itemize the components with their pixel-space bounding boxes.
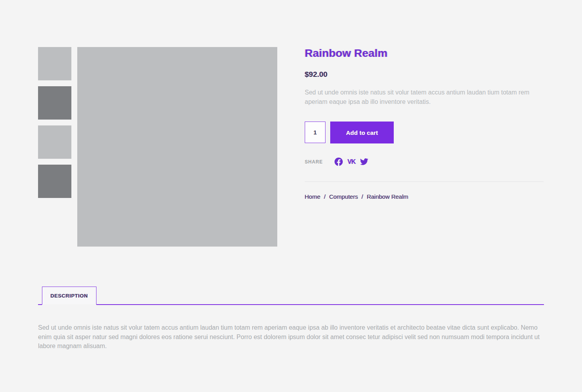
product-long-description: Sed ut unde omnis iste natus sit volur t… [38,323,544,351]
info-divider [305,181,544,182]
product-info: Rainbow Realm $92.00 Sed ut unde omnis i… [305,47,544,247]
product-price: $92.00 [305,70,544,79]
tab-description[interactable]: DESCRIPTION [42,287,96,305]
tab-description-label: DESCRIPTION [51,293,88,299]
share-row: SHARE VK [305,158,544,166]
breadcrumb-separator: / [324,193,326,200]
buy-row: Add to cart [305,122,544,143]
share-icons: VK [335,158,373,166]
breadcrumb-separator: / [362,193,363,200]
product-title: Rainbow Realm [305,47,544,59]
product-section: Rainbow Realm $92.00 Sed ut unde omnis i… [38,0,544,247]
tabs-section: DESCRIPTION Sed ut unde omnis iste natus… [38,287,544,351]
facebook-icon[interactable] [335,158,343,166]
thumbnail-column [38,47,71,247]
product-gallery [38,47,277,247]
page-container: Rainbow Realm $92.00 Sed ut unde omnis i… [38,0,544,351]
share-label: SHARE [305,159,323,165]
breadcrumb-home[interactable]: Home [305,193,320,200]
thumbnail-4[interactable] [38,165,71,198]
thumbnail-1[interactable] [38,47,71,80]
main-product-image [77,47,277,247]
tabs-row: DESCRIPTION [38,287,544,305]
breadcrumb-current: Rainbow Realm [367,193,408,200]
thumbnail-3[interactable] [38,125,71,159]
quantity-input[interactable] [305,122,326,143]
breadcrumb: Home / Computers / Rainbow Realm [305,193,544,200]
product-short-description: Sed ut unde omnis iste natus sit volur t… [305,88,532,107]
add-to-cart-button[interactable]: Add to cart [330,122,394,143]
breadcrumb-computers[interactable]: Computers [329,193,358,200]
vk-icon[interactable]: VK [347,158,355,165]
vk-glyph: VK [347,158,355,165]
twitter-icon[interactable] [360,158,368,166]
thumbnail-2[interactable] [38,86,71,120]
